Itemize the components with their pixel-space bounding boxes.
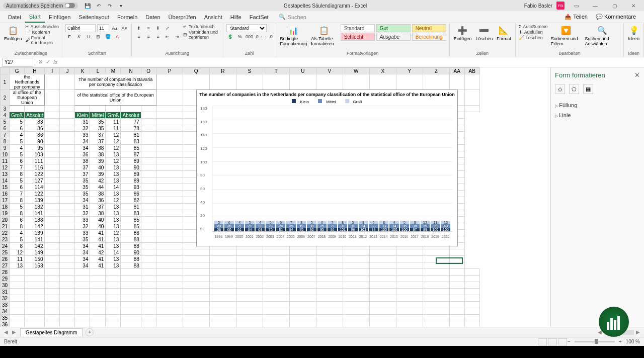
border-button[interactable]: ⊞ xyxy=(94,33,102,41)
number-format-select[interactable]: Standard xyxy=(226,24,267,32)
add-sheet-button[interactable]: + xyxy=(86,328,94,336)
currency-icon[interactable]: 💲 xyxy=(226,33,234,41)
orientation-icon[interactable]: ⤢ xyxy=(164,24,172,32)
search-label[interactable]: Suchen xyxy=(288,14,306,20)
font-size-input[interactable] xyxy=(97,24,109,32)
prop-linie[interactable]: Linie xyxy=(555,110,640,120)
accept-formula-icon[interactable]: ✓ xyxy=(46,59,50,65)
fill-color-button[interactable]: 🪣 xyxy=(104,33,112,41)
style-schlecht[interactable]: Schlecht xyxy=(341,33,375,41)
ribbon-mode-icon[interactable]: ▭ xyxy=(569,3,584,9)
decrease-font-icon[interactable]: A▾ xyxy=(120,24,128,32)
fill-tab-icon[interactable]: ◇ xyxy=(555,84,565,94)
merge-button[interactable]: ⊞ Verbinden und zentrieren xyxy=(183,30,220,40)
align-middle-icon[interactable]: ≡ xyxy=(144,24,152,32)
tab-seitenlayout[interactable]: Seitenlayout xyxy=(74,12,113,22)
sheet-tab-1[interactable]: Gestapeltes Diagramm xyxy=(20,328,83,336)
style-gut[interactable]: Gut xyxy=(376,24,411,32)
undo-icon[interactable]: ↶ xyxy=(95,2,103,10)
save-icon[interactable]: 💾 xyxy=(84,2,92,10)
font-name-input[interactable] xyxy=(65,24,96,32)
prev-sheet-icon[interactable]: ◀ xyxy=(4,329,8,335)
effects-tab-icon[interactable]: ⬠ xyxy=(569,84,579,94)
format-cells-button[interactable]: 📐Format xyxy=(496,24,512,42)
indent-inc-icon[interactable]: ⇥ xyxy=(173,33,181,41)
search-icon[interactable]: 🔍 xyxy=(279,14,286,20)
tab-teilen[interactable]: 📤 Teilen xyxy=(560,12,592,22)
copy-button[interactable]: 📄 Kopieren xyxy=(25,30,59,35)
find-button[interactable]: 🔍Suchen und Auswählen xyxy=(584,24,621,47)
tab-factset[interactable]: FactSet xyxy=(246,12,273,22)
zoom-out-icon[interactable]: − xyxy=(568,339,571,344)
name-box[interactable] xyxy=(2,58,33,67)
style-standard[interactable]: Standard xyxy=(341,24,375,32)
minimize-icon[interactable]: — xyxy=(588,3,603,9)
tab-daten[interactable]: Daten xyxy=(141,12,164,22)
comma-icon[interactable]: 000 xyxy=(246,33,254,41)
align-bottom-icon[interactable]: ⬇ xyxy=(154,24,162,32)
zoom-in-icon[interactable]: + xyxy=(619,339,622,344)
tab-kommentare[interactable]: 💬 Kommentare xyxy=(592,12,640,22)
ideas-button[interactable]: 💡Ideen xyxy=(627,24,640,42)
format-painter-button[interactable]: 🖌 Format übertragen xyxy=(25,35,59,45)
page-break-icon[interactable] xyxy=(558,338,567,345)
panel-close-icon[interactable]: ✕ xyxy=(634,71,640,79)
style-ausgabe[interactable]: Ausgabe xyxy=(376,33,411,41)
align-right-icon[interactable]: ≡ xyxy=(154,33,162,41)
fx-icon[interactable]: fx xyxy=(53,59,58,65)
paste-button[interactable]: 📋Einfügen xyxy=(3,24,23,42)
tab-start[interactable]: Start xyxy=(25,12,45,23)
autosave-toggle[interactable]: Automatisches Speichern xyxy=(3,3,78,9)
qat-dropdown-icon[interactable]: ▾ xyxy=(117,2,125,10)
redo-icon[interactable]: ↷ xyxy=(106,2,114,10)
cut-button[interactable]: ✂ Ausschneiden xyxy=(25,24,59,29)
indent-dec-icon[interactable]: ⇤ xyxy=(164,33,172,41)
percent-icon[interactable]: % xyxy=(236,33,244,41)
zoom-level[interactable]: 100 % xyxy=(626,339,640,344)
tab-ueberpruefen[interactable]: Überprüfen xyxy=(165,12,200,22)
tab-hilfe[interactable]: Hilfe xyxy=(226,12,246,22)
conditional-format-button[interactable]: 📊Bedingte Formatierung xyxy=(279,24,308,47)
italic-button[interactable]: K xyxy=(75,33,83,41)
align-left-icon[interactable]: ≡ xyxy=(135,33,143,41)
maximize-icon[interactable]: ▢ xyxy=(607,3,622,9)
fill-button[interactable]: ⬇ Ausfüllen xyxy=(519,30,548,35)
align-top-icon[interactable]: ⬆ xyxy=(135,24,143,32)
user-name[interactable]: Fabio Basler xyxy=(524,3,552,9)
wrap-text-button[interactable]: ↵ Textumbruch xyxy=(183,24,220,29)
clear-button[interactable]: 🧹 Löschen xyxy=(519,35,548,40)
style-neutral[interactable]: Neutral xyxy=(412,24,446,32)
dec-decimal-icon[interactable]: ←.0 xyxy=(265,33,273,41)
insert-cells-button[interactable]: ➕Einfügen xyxy=(453,24,473,42)
close-icon[interactable]: ✕ xyxy=(626,3,641,9)
cancel-formula-icon[interactable]: ✕ xyxy=(38,59,43,65)
user-avatar[interactable]: FB xyxy=(556,2,565,10)
next-sheet-icon[interactable]: ▶ xyxy=(12,329,16,335)
sheet-tab-bar: ◀ ▶ Gestapeltes Diagramm + ◀ ▶ xyxy=(0,327,644,337)
page-layout-icon[interactable] xyxy=(548,338,557,345)
group-styles: Formatvorlagen xyxy=(279,50,446,56)
size-tab-icon[interactable]: ▦ xyxy=(583,84,593,94)
align-center-icon[interactable]: ≡ xyxy=(144,33,152,41)
normal-view-icon[interactable] xyxy=(538,338,547,345)
increase-font-icon[interactable]: A▴ xyxy=(111,24,119,32)
zoom-slider[interactable] xyxy=(575,341,615,342)
tab-einfuegen[interactable]: Einfügen xyxy=(45,12,74,22)
prop-fuellung[interactable]: Füllung xyxy=(555,100,640,110)
hscroll-right-icon[interactable]: ▶ xyxy=(636,329,640,335)
tab-ansicht[interactable]: Ansicht xyxy=(200,12,226,22)
embedded-chart[interactable]: The number of companies in the Netherlan… xyxy=(196,89,458,246)
worksheet[interactable]: GHIJKLMNOPQRSTUVWXYZAAAB1the Netherlands… xyxy=(0,67,550,327)
underline-button[interactable]: U xyxy=(85,33,93,41)
tab-formeln[interactable]: Formeln xyxy=(113,12,141,22)
format-table-button[interactable]: 📋Als Tabelle formatieren xyxy=(310,24,339,47)
bold-button[interactable]: F xyxy=(65,33,73,41)
tab-datei[interactable]: Datei xyxy=(4,12,25,22)
sort-filter-button[interactable]: 🔽Sortieren und Filtern xyxy=(550,24,582,47)
font-color-button[interactable]: A xyxy=(113,33,121,41)
inc-decimal-icon[interactable]: .0→ xyxy=(255,33,263,41)
style-berechnung[interactable]: Berechnung xyxy=(412,33,446,41)
formula-input[interactable] xyxy=(61,58,644,67)
delete-cells-button[interactable]: ➖Löschen xyxy=(474,24,494,42)
autosum-button[interactable]: Σ AutoSumme xyxy=(519,24,548,29)
